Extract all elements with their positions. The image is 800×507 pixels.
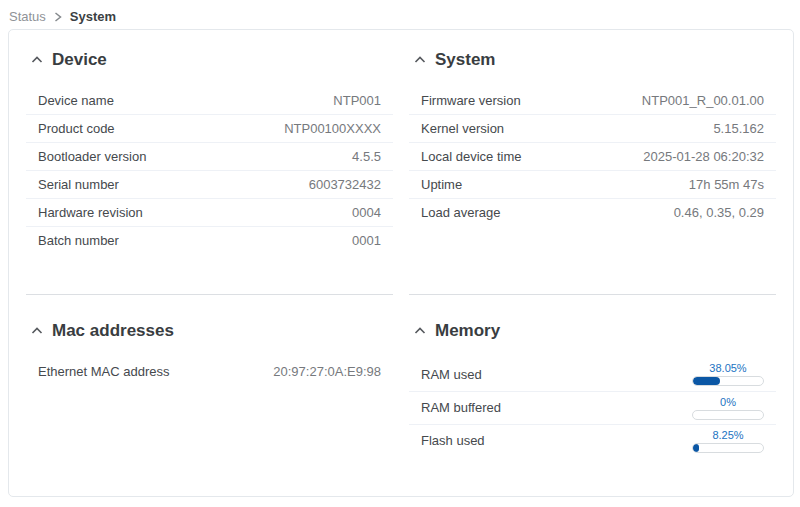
row-value: 2025-01-28 06:20:32 (643, 148, 764, 165)
table-row: Bootloader version 4.5.5 (26, 142, 393, 170)
row-label: Load average (421, 204, 501, 221)
row-label: Firmware version (421, 92, 521, 109)
memory-section: Memory RAM used 38.05% RAM buffered 0% F… (409, 294, 776, 496)
table-row: RAM used 38.05% (409, 358, 776, 391)
chevron-right-icon (54, 12, 62, 22)
row-label: Serial number (38, 176, 119, 193)
table-row: RAM buffered 0% (409, 391, 776, 424)
row-label: RAM used (421, 367, 482, 382)
system-section: System Firmware version NTP001_R_00.01.0… (409, 44, 776, 294)
system-section-header[interactable]: System (409, 50, 776, 70)
table-row: Load average 0.46, 0.35, 0.29 (409, 198, 776, 226)
system-status-card: Device Device name NTP001 Product code N… (8, 29, 794, 497)
row-label: Kernel version (421, 120, 504, 137)
table-row: Product code NTP00100XXXX (26, 114, 393, 142)
percent-value: 0% (692, 396, 764, 409)
row-value: NTP001_R_00.01.00 (642, 92, 764, 109)
row-value: 0004 (352, 204, 381, 221)
section-title: Mac addresses (52, 321, 174, 341)
table-row: Serial number 6003732432 (26, 170, 393, 198)
percent-value: 8.25% (692, 429, 764, 442)
row-label: Flash used (421, 433, 485, 448)
percent-value: 38.05% (692, 362, 764, 375)
mac-addresses-section: Mac addresses Ethernet MAC address 20:97… (26, 294, 393, 496)
row-label: Device name (38, 92, 114, 109)
mac-addresses-section-header[interactable]: Mac addresses (26, 321, 393, 341)
breadcrumb-item-status[interactable]: Status (9, 9, 46, 24)
row-value: 6003732432 (309, 176, 381, 193)
device-section-header[interactable]: Device (26, 50, 393, 70)
chevron-up-icon (414, 56, 426, 64)
ram-buffered-meter: 0% (692, 396, 764, 420)
table-row: Hardware revision 0004 (26, 198, 393, 226)
progress-track (692, 410, 764, 420)
breadcrumb: Status System (0, 0, 800, 26)
section-title: System (435, 50, 495, 70)
row-label: Local device time (421, 148, 521, 165)
table-row: Flash used 8.25% (409, 424, 776, 457)
row-value: 4.5.5 (352, 148, 381, 165)
table-row: Device name NTP001 (26, 87, 393, 114)
progress-fill (693, 444, 699, 452)
row-label: Bootloader version (38, 148, 146, 165)
row-label: RAM buffered (421, 400, 501, 415)
progress-track (692, 376, 764, 386)
row-label: Hardware revision (38, 204, 143, 221)
row-value: 20:97:27:0A:E9:98 (273, 363, 381, 380)
row-value: 5.15.162 (713, 120, 764, 137)
table-row: Batch number 0001 (26, 226, 393, 254)
progress-fill (693, 377, 720, 385)
chevron-up-icon (31, 56, 43, 64)
memory-section-header[interactable]: Memory (409, 321, 776, 341)
row-value: NTP00100XXXX (284, 120, 381, 137)
ram-used-meter: 38.05% (692, 362, 764, 386)
row-value: 0001 (352, 232, 381, 249)
row-label: Product code (38, 120, 115, 137)
table-row: Ethernet MAC address 20:97:27:0A:E9:98 (26, 358, 393, 385)
row-value: 17h 55m 47s (689, 176, 764, 193)
table-row: Firmware version NTP001_R_00.01.00 (409, 87, 776, 114)
section-title: Memory (435, 321, 500, 341)
row-label: Uptime (421, 176, 462, 193)
flash-used-meter: 8.25% (692, 429, 764, 453)
table-row: Local device time 2025-01-28 06:20:32 (409, 142, 776, 170)
breadcrumb-item-system: System (70, 9, 116, 24)
row-label: Batch number (38, 232, 119, 249)
row-value: NTP001 (333, 92, 381, 109)
chevron-up-icon (31, 327, 43, 335)
row-label: Ethernet MAC address (38, 363, 170, 380)
row-value: 0.46, 0.35, 0.29 (674, 204, 764, 221)
table-row: Kernel version 5.15.162 (409, 114, 776, 142)
progress-track (692, 443, 764, 453)
device-section: Device Device name NTP001 Product code N… (26, 44, 393, 294)
chevron-up-icon (414, 327, 426, 335)
section-title: Device (52, 50, 107, 70)
table-row: Uptime 17h 55m 47s (409, 170, 776, 198)
